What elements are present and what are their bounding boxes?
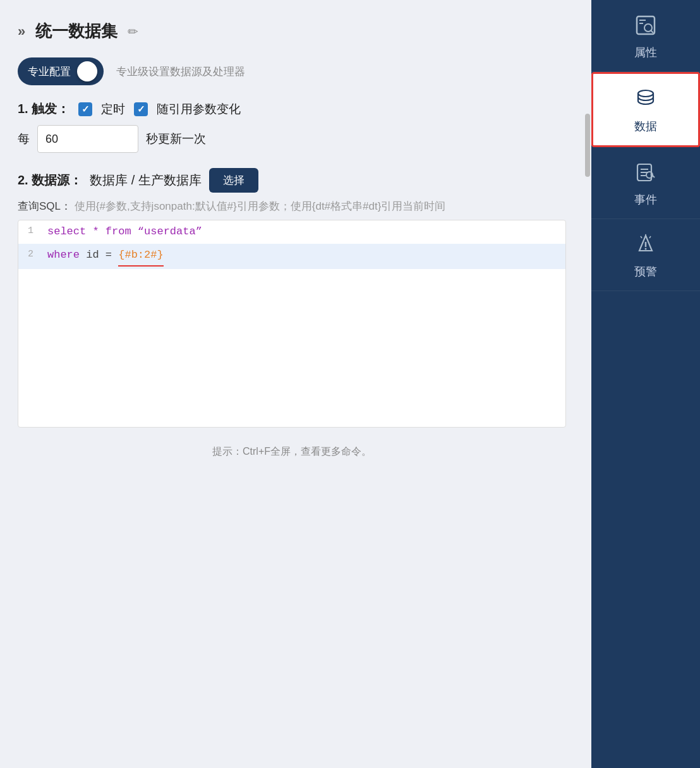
interval-suffix: 秒更新一次 (146, 131, 206, 147)
alerts-icon (634, 233, 657, 259)
svg-line-2 (651, 30, 653, 33)
checkbox-scheduled[interactable]: ✓ (78, 102, 92, 116)
code-line-1: 1 select * from “userdata” (18, 220, 565, 244)
toggle-circle (77, 61, 97, 81)
param-b2: {#b:2#} (118, 246, 163, 267)
keyword-where: where (47, 249, 80, 261)
sql-label: 查询SQL： (18, 200, 71, 212)
sidebar-events-label: 事件 (634, 192, 657, 207)
edit-icon[interactable]: ✏ (128, 24, 138, 39)
code-content-1: select * from “userdata” (42, 222, 565, 243)
trigger-row: 1. 触发： ✓ 定时 ✓ 随引用参数变化 (18, 100, 566, 117)
string-userdata: “userdata” (138, 225, 202, 237)
code-line-2: 2 where id = {#b:2#} (18, 244, 565, 269)
svg-point-12 (645, 248, 647, 250)
chevron-icon: » (18, 23, 25, 40)
pro-config-row: 专业配置 专业级设置数据源及处理器 (18, 57, 566, 85)
events-icon (634, 161, 657, 187)
datasource-heading: 2. 数据源： (18, 172, 82, 189)
datasource-text: 数据库 / 生产数据库 (90, 172, 202, 189)
code-empty-space (18, 269, 565, 427)
interval-row: 每 秒更新一次 (18, 125, 566, 153)
section-datasource: 2. 数据源： 数据库 / 生产数据库 选择 查询SQL： 使用{#参数,支持j… (18, 168, 566, 428)
pro-toggle-label: 专业配置 (28, 64, 71, 79)
check-icon-2: ✓ (137, 104, 145, 115)
check-icon-1: ✓ (81, 104, 90, 115)
interval-prefix: 每 (18, 131, 30, 147)
pro-config-toggle[interactable]: 专业配置 (18, 57, 104, 85)
line-num-1: 1 (18, 222, 42, 239)
pro-config-description: 专业级设置数据源及处理器 (116, 64, 245, 79)
sidebar-properties-label: 属性 (634, 45, 657, 60)
interval-input[interactable] (37, 125, 138, 153)
code-content-2: where id = {#b:2#} (42, 245, 565, 268)
keyword-select: select (47, 225, 86, 237)
sidebar-item-properties[interactable]: 属性 (591, 0, 700, 72)
main-panel: » 统一数据集 ✏ 专业配置 专业级设置数据源及处理器 1. 触发： ✓ 定时 … (0, 0, 584, 768)
trigger-heading: 1. 触发： (18, 100, 69, 117)
sidebar-item-data[interactable]: 数据 (591, 72, 700, 147)
right-sidebar: 属性 数据 事件 (591, 0, 700, 768)
header: » 统一数据集 ✏ (18, 20, 566, 42)
sidebar-data-label: 数据 (634, 119, 657, 134)
section-trigger: 1. 触发： ✓ 定时 ✓ 随引用参数变化 每 秒更新一次 (18, 100, 566, 153)
sidebar-alerts-label: 预警 (634, 264, 657, 279)
hint-bar: 提示：Ctrl+F全屏，查看更多命令。 (18, 443, 566, 459)
keyword-from: from (106, 225, 131, 237)
sql-hint-row: 查询SQL： 使用{#参数,支持jsonpath:默认值#}引用参数；使用{dt… (18, 198, 566, 215)
sidebar-item-events[interactable]: 事件 (591, 147, 700, 219)
sql-code-editor[interactable]: 1 select * from “userdata” 2 where id = … (18, 220, 566, 428)
svg-line-15 (641, 236, 642, 238)
keyword-star: * (92, 225, 105, 237)
page-title: 统一数据集 (35, 20, 118, 42)
scrollbar-thumb[interactable] (585, 114, 590, 177)
select-datasource-button[interactable]: 选择 (209, 168, 258, 193)
checkbox-scheduled-label: 定时 (101, 101, 125, 117)
sql-hint-text: 使用{#参数,支持jsonpath:默认值#}引用参数；使用{dt#格式串#dt… (75, 200, 446, 212)
line-num-2: 2 (18, 245, 42, 263)
properties-icon (634, 14, 657, 40)
svg-point-5 (638, 90, 653, 97)
scrollbar-track[interactable] (584, 0, 591, 768)
datasource-row: 2. 数据源： 数据库 / 生产数据库 选择 (18, 168, 566, 193)
svg-line-14 (649, 236, 651, 238)
checkbox-param-change-label: 随引用参数变化 (157, 101, 241, 117)
data-icon (634, 88, 657, 114)
code-id-eq: id = (86, 249, 118, 261)
checkbox-param-change[interactable]: ✓ (134, 102, 148, 116)
sidebar-item-alerts[interactable]: 预警 (591, 219, 700, 291)
